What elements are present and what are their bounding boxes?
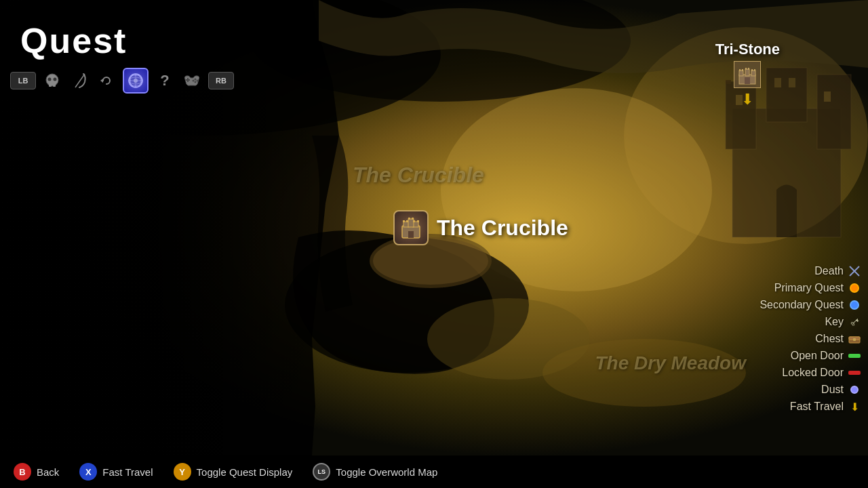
svg-rect-12 bbox=[751, 70, 755, 76]
legend-chest: Chest bbox=[760, 332, 861, 346]
tristone-label: Tri-Stone bbox=[715, 41, 780, 58]
svg-rect-41 bbox=[408, 218, 410, 220]
legend-fast-travel: Fast Travel ⬇ bbox=[760, 400, 861, 413]
legend-death: Death bbox=[760, 264, 861, 278]
legend-open-door: Open Door bbox=[760, 349, 861, 363]
tab-skull[interactable] bbox=[41, 70, 63, 92]
crucible-location-icon bbox=[393, 210, 429, 245]
svg-rect-39 bbox=[413, 220, 415, 222]
svg-rect-19 bbox=[748, 68, 749, 70]
toggle-overworld-label: Toggle Overworld Map bbox=[336, 466, 437, 478]
svg-rect-32 bbox=[789, 78, 795, 87]
svg-point-52 bbox=[48, 78, 52, 81]
svg-marker-61 bbox=[130, 75, 141, 86]
svg-point-67 bbox=[193, 80, 195, 82]
tab-question[interactable]: ? bbox=[154, 70, 176, 92]
tab-map-active[interactable] bbox=[123, 68, 149, 94]
svg-rect-50 bbox=[49, 83, 52, 87]
legend-dust: Dust bbox=[760, 383, 861, 396]
tab-controller[interactable] bbox=[181, 70, 203, 92]
tristone-area: Tri-Stone ⬇ bbox=[715, 41, 780, 108]
svg-rect-13 bbox=[745, 69, 749, 76]
y-button-icon: Y bbox=[174, 463, 191, 481]
tab-refresh[interactable] bbox=[96, 70, 117, 92]
legend-key: Key 🗝 bbox=[760, 315, 861, 329]
svg-rect-38 bbox=[406, 220, 408, 222]
svg-rect-15 bbox=[742, 69, 743, 71]
toggle-quest-label: Toggle Quest Display bbox=[197, 466, 293, 478]
svg-rect-63 bbox=[187, 78, 189, 82]
svg-rect-40 bbox=[417, 220, 419, 222]
bottom-bar: B Back X Fast Travel Y Toggle Quest Disp… bbox=[0, 455, 868, 488]
tab-lb[interactable]: LB bbox=[10, 72, 36, 89]
back-label: Back bbox=[37, 466, 59, 478]
svg-marker-55 bbox=[100, 79, 103, 83]
legend-panel: Death Primary Quest Secondary Quest Key bbox=[760, 264, 861, 417]
tab-rb[interactable]: RB bbox=[208, 72, 234, 89]
tab-area[interactable]: LB ? bbox=[10, 68, 234, 94]
tristone-travel-icon: ⬇ bbox=[715, 91, 780, 108]
svg-point-7 bbox=[542, 339, 746, 407]
quest-title: Quest bbox=[20, 20, 127, 61]
svg-point-66 bbox=[195, 81, 197, 83]
fast-travel-button[interactable]: X Fast Travel bbox=[79, 463, 153, 481]
b-button-icon: B bbox=[14, 463, 31, 481]
svg-rect-20 bbox=[745, 77, 750, 84]
legend-secondary-quest: Secondary Quest bbox=[760, 298, 861, 312]
svg-rect-23 bbox=[817, 75, 851, 149]
legend-locked-door: Locked Door bbox=[760, 366, 861, 380]
x-button-icon: X bbox=[79, 463, 97, 481]
svg-rect-11 bbox=[739, 70, 743, 76]
back-button[interactable]: B Back bbox=[14, 463, 59, 481]
tristone-castle-icon bbox=[734, 61, 761, 88]
ls-button-icon: LS bbox=[313, 463, 330, 481]
svg-point-64 bbox=[195, 79, 197, 81]
svg-rect-18 bbox=[745, 68, 747, 70]
crucible-location-name: The Crucible bbox=[437, 216, 568, 241]
svg-point-65 bbox=[197, 80, 199, 82]
svg-rect-14 bbox=[739, 69, 741, 71]
legend-primary-quest: Primary Quest bbox=[760, 281, 861, 295]
tab-scythe[interactable] bbox=[68, 70, 90, 92]
toggle-overworld-button[interactable]: LS Toggle Overworld Map bbox=[313, 463, 437, 481]
toggle-quest-button[interactable]: Y Toggle Quest Display bbox=[174, 463, 293, 481]
svg-point-53 bbox=[54, 78, 57, 81]
svg-rect-17 bbox=[754, 69, 755, 71]
svg-point-49 bbox=[46, 74, 58, 86]
svg-rect-42 bbox=[412, 218, 414, 220]
svg-rect-30 bbox=[824, 92, 831, 102]
crucible-marker[interactable]: The Crucible bbox=[393, 210, 568, 245]
title-area: Quest bbox=[20, 20, 127, 61]
svg-rect-48 bbox=[853, 338, 856, 341]
svg-rect-36 bbox=[408, 219, 414, 227]
svg-rect-43 bbox=[408, 231, 414, 238]
fast-travel-label: Fast Travel bbox=[102, 466, 153, 478]
svg-rect-16 bbox=[751, 69, 753, 71]
svg-rect-37 bbox=[403, 220, 405, 222]
svg-rect-51 bbox=[53, 83, 56, 87]
